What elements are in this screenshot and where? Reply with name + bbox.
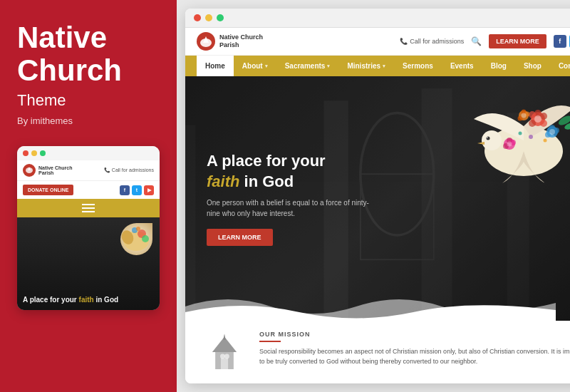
svg-rect-53 xyxy=(221,359,228,369)
mobile-logo-area: Native ChurchParish xyxy=(23,164,72,177)
svg-point-27 xyxy=(529,120,536,127)
phone-icon: 📞 xyxy=(400,38,408,45)
hero-bird-illustration xyxy=(460,83,570,197)
mission-body: Social responsibility becomes an aspect … xyxy=(259,346,570,367)
site-header: Native ChurchParish 📞 LEARN MORE Call fo… xyxy=(185,28,570,56)
hero-title-text2: in God xyxy=(244,172,294,190)
hero-title-text1: A place for your xyxy=(207,152,326,170)
facebook-icon[interactable]: f xyxy=(120,185,130,195)
site-logo-text: Native ChurchParish xyxy=(219,33,263,49)
mobile-hero-text: A place for your faith in God xyxy=(23,295,154,304)
svg-rect-14 xyxy=(422,88,452,321)
svg-point-28 xyxy=(529,111,536,118)
site-social-icons: f t ▶ xyxy=(554,35,570,48)
nav-item-shop[interactable]: Shop xyxy=(515,56,550,76)
site-logo-icon xyxy=(197,32,215,51)
nav-item-sacraments[interactable]: Sacraments ▾ xyxy=(276,56,339,76)
facebook-icon[interactable]: f xyxy=(554,35,566,48)
hero-wave xyxy=(185,292,556,321)
twitter-icon[interactable]: t xyxy=(132,185,142,195)
nav-item-ministries[interactable]: Ministries ▾ xyxy=(338,56,394,76)
mobile-dot-green xyxy=(40,150,46,156)
right-panel: Native ChurchParish 📞 LEARN MORE Call fo… xyxy=(177,0,570,392)
search-icon[interactable]: 🔍 xyxy=(471,36,482,46)
nav-item-blog[interactable]: Blog xyxy=(482,56,515,76)
svg-point-47 xyxy=(529,135,533,139)
site-phone: 📞 LEARN MORE Call for admissions xyxy=(400,38,464,45)
mission-underline xyxy=(259,341,281,342)
browser-dot-yellow xyxy=(205,14,212,21)
youtube-icon[interactable]: ▶ xyxy=(144,185,154,195)
svg-marker-52 xyxy=(223,334,225,340)
theme-title: NativeChurch xyxy=(17,21,160,87)
svg-point-7 xyxy=(136,227,140,231)
mobile-donate-button[interactable]: DONATE ONLINE xyxy=(23,185,73,195)
site-hero: A place for your faith in God One person… xyxy=(185,76,570,321)
mobile-logo-icon xyxy=(23,164,36,177)
svg-point-26 xyxy=(540,120,547,127)
chevron-down-icon: ▾ xyxy=(265,63,268,69)
hero-content: A place for your faith in God One person… xyxy=(185,134,418,263)
mission-text: OUR MISSION Social responsibility become… xyxy=(259,331,570,367)
svg-point-6 xyxy=(142,235,149,242)
svg-point-29 xyxy=(534,115,542,123)
learn-more-button[interactable]: LEARN MORE xyxy=(207,229,273,246)
mission-icon-area xyxy=(200,331,249,373)
nav-item-home[interactable]: Home xyxy=(197,56,234,76)
browser-chrome xyxy=(185,9,570,28)
browser-dot-green xyxy=(217,14,224,21)
svg-point-39 xyxy=(521,113,526,118)
mobile-donate-bar: DONATE ONLINE f t ▶ xyxy=(17,181,160,199)
svg-point-46 xyxy=(507,142,512,147)
mobile-hero-faith: faith xyxy=(79,296,94,304)
mobile-nav-bar[interactable] xyxy=(17,199,160,217)
browser-window: Native ChurchParish 📞 LEARN MORE Call fo… xyxy=(185,9,570,383)
site-logo: Native ChurchParish xyxy=(197,32,263,51)
chevron-down-icon: ▾ xyxy=(383,63,385,69)
left-panel: NativeChurch Theme By imithemes Native C… xyxy=(0,0,177,392)
svg-point-22 xyxy=(487,137,488,138)
phone-label: Call for admissions xyxy=(410,38,464,45)
nav-item-sermons[interactable]: Sermons xyxy=(394,56,442,76)
nav-item-about[interactable]: About ▾ xyxy=(234,56,276,76)
nav-item-contacts[interactable]: Contacts xyxy=(550,56,570,76)
browser-dot-red xyxy=(194,14,201,21)
mobile-dot-red xyxy=(23,150,28,156)
svg-point-34 xyxy=(549,129,555,135)
theme-subtitle: Theme xyxy=(17,91,160,110)
svg-point-21 xyxy=(486,137,489,140)
nav-item-events[interactable]: Events xyxy=(442,56,482,76)
mission-label: OUR MISSION xyxy=(259,331,570,338)
mobile-phone: 📞 Call for admissions xyxy=(104,167,154,173)
chevron-down-icon: ▾ xyxy=(327,63,330,69)
hero-faith-text: faith xyxy=(207,172,239,190)
mobile-browser-bar xyxy=(17,146,160,160)
mobile-logo-text: Native ChurchParish xyxy=(38,165,72,176)
svg-point-20 xyxy=(482,130,502,150)
donate-button[interactable]: LEARN MORE xyxy=(489,34,546,48)
svg-rect-55 xyxy=(224,354,229,359)
mobile-preview: Native ChurchParish 📞 Call for admission… xyxy=(17,146,160,310)
svg-point-48 xyxy=(518,132,522,135)
mobile-dot-yellow xyxy=(31,150,37,156)
church-icon xyxy=(203,331,246,373)
hamburger-icon[interactable] xyxy=(82,204,95,212)
theme-by: By imithemes xyxy=(17,115,160,126)
mobile-hero: A place for your faith in God xyxy=(17,217,160,310)
svg-point-49 xyxy=(543,139,546,143)
svg-rect-54 xyxy=(220,354,225,359)
site-nav: Home About ▾ Sacraments ▾ Ministries ▾ S… xyxy=(185,56,570,76)
hero-title: A place for your faith in God xyxy=(207,151,397,192)
mobile-header: Native ChurchParish 📞 Call for admission… xyxy=(17,160,160,181)
site-mission: OUR MISSION Social responsibility become… xyxy=(185,321,570,383)
mobile-social-icons: f t ▶ xyxy=(120,185,154,195)
hero-subtitle: One person with a belief is equal to a f… xyxy=(207,197,378,219)
mobile-hero-title: A place for your faith in God xyxy=(23,295,154,304)
site-header-right: 📞 LEARN MORE Call for admissions 🔍 LEARN… xyxy=(400,34,570,48)
